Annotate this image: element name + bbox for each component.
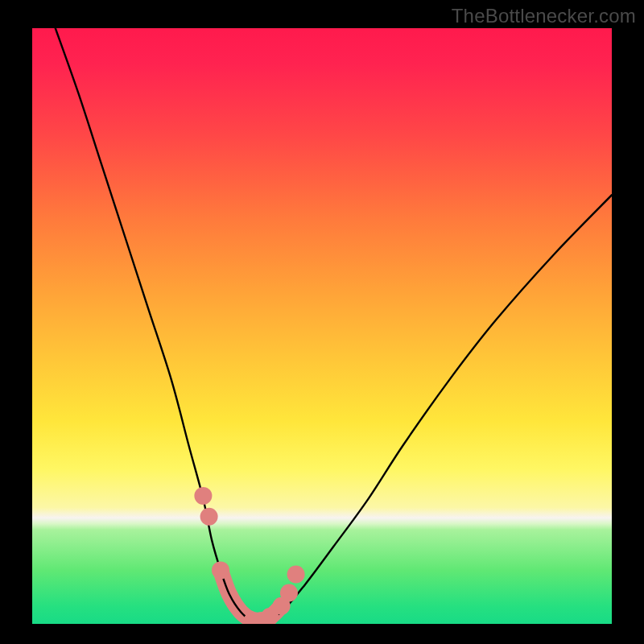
chart-frame: TheBottlenecker.com (0, 0, 644, 644)
chart-svg (32, 28, 612, 624)
highlight-marker (280, 584, 298, 602)
highlight-marker (194, 487, 212, 505)
site-watermark: TheBottlenecker.com (452, 5, 636, 27)
bottleneck-curve-line (56, 28, 612, 622)
highlight-markers (194, 487, 304, 624)
highlight-marker (287, 566, 305, 584)
highlight-marker (200, 508, 218, 526)
plot-area (32, 28, 612, 624)
highlight-marker (212, 561, 229, 579)
